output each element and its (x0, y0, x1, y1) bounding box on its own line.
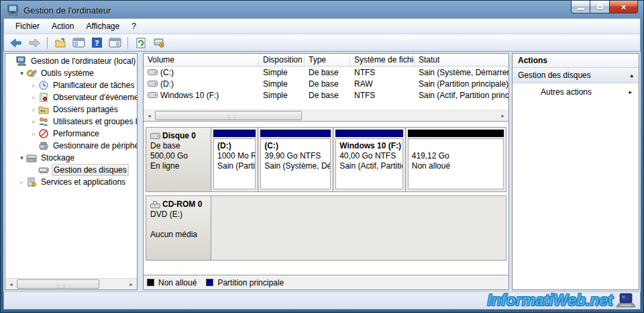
column-disposition[interactable]: Disposition (259, 54, 305, 66)
volume-disposition: Simple (259, 79, 305, 89)
scroll-left-icon[interactable]: ◂ (5, 279, 17, 290)
partition-status: Non alloué (412, 161, 500, 171)
maximize-button[interactable] (590, 1, 610, 13)
tree-item-system-tools[interactable]: ▾ Outils système (5, 67, 137, 79)
scrollbar-thumb[interactable]: ⋮⋮ (17, 279, 99, 289)
scrollbar-thumb[interactable]: ⋮⋮ (155, 111, 302, 120)
partition-d[interactable]: (D:) 1000 Mo RA Sain (Partiti (211, 128, 258, 191)
column-type[interactable]: Type (305, 54, 350, 66)
laptop-icon (616, 293, 636, 309)
tree-item-shared-folders[interactable]: ▹ Dossiers partagés (5, 103, 137, 116)
menu-action[interactable]: Action (46, 19, 80, 33)
tree-item-computer-management[interactable]: Gestion de l'ordinateur (local) (5, 55, 137, 67)
cdrom-0-label[interactable]: CD-ROM 0 DVD (E:) Aucun média (146, 196, 211, 260)
title-bar[interactable]: Gestion de l'ordinateur × (3, 1, 641, 18)
column-status[interactable]: Statut (415, 54, 508, 66)
console-tree-icon[interactable] (70, 36, 87, 50)
tree-item-services-applications[interactable]: ▹ Services et applications (5, 176, 137, 188)
actions-item-autres-actions[interactable]: Autres actions ▸ (513, 83, 639, 101)
actions-title: Actions (513, 54, 639, 68)
status-strip: InformatiWeb.net (3, 292, 641, 310)
partition-unallocated[interactable]: 419,12 Go Non alloué (406, 128, 506, 191)
volume-status: Sain (Partition principale) (415, 79, 508, 89)
volume-disposition: Simple (259, 91, 305, 100)
tree-item-event-viewer[interactable]: ▹ Observateur d'événeme (5, 91, 137, 103)
legend-unallocated: Non alloué (147, 278, 197, 287)
volume-icon (148, 92, 158, 98)
scroll-right-icon[interactable]: ▸ (125, 279, 137, 290)
tree-item-storage[interactable]: ▾ Stockage (5, 152, 137, 164)
volume-status: Sain (Actif, Partition princip (415, 91, 508, 100)
column-file-system[interactable]: Système de fichiers (350, 54, 415, 66)
collapse-arrow-icon[interactable]: ▴ (630, 72, 633, 79)
tree-item-performance[interactable]: ▹ Performance (5, 128, 137, 140)
expanded-arrow-icon[interactable]: ▾ (17, 70, 26, 77)
partition-size: 1000 Mo RA (217, 151, 252, 161)
volume-list-header: Volume Disposition Type Système de fichi… (144, 54, 508, 66)
tree-item-label: Planificateur de tâches (52, 80, 136, 91)
column-volume[interactable]: Volume (144, 54, 259, 66)
tree-item-local-users-groups[interactable]: ▹ Utilisateurs et groupes l (5, 116, 137, 128)
tree-item-device-manager[interactable]: Gestionnaire de périphé (5, 140, 137, 152)
menu-affichage[interactable]: Affichage (80, 19, 125, 33)
collapsed-arrow-icon[interactable]: ▹ (30, 82, 38, 89)
tree-horizontal-scrollbar[interactable]: ◂ ⋮⋮ ▸ (5, 278, 137, 289)
tree-item-disk-management[interactable]: Gestion des disques (5, 164, 137, 176)
volume-fs: RAW (350, 79, 415, 89)
collapsed-arrow-icon[interactable]: ▹ (17, 179, 26, 185)
volume-list-filler (144, 101, 508, 109)
rescan-disks-icon[interactable] (151, 36, 167, 50)
close-button[interactable]: × (610, 1, 638, 13)
volume-fs: NTFS (350, 91, 415, 100)
device-manager-icon (38, 141, 49, 150)
tree-item-task-scheduler[interactable]: ▹ Planificateur de tâches (5, 79, 137, 91)
disk-0-label[interactable]: Disque 0 De base 500,00 Go En ligne (146, 128, 211, 191)
volume-list-scrollbar[interactable]: ◂ ⋮⋮ ▸ (144, 109, 508, 121)
action-pane-icon[interactable] (107, 36, 123, 50)
scroll-left-icon[interactable]: ◂ (144, 110, 155, 122)
collapsed-arrow-icon[interactable]: ▹ (30, 118, 38, 125)
volume-row-f[interactable]: Windows 10 (F:) Simple De base NTFS Sain… (144, 89, 508, 101)
refresh-icon[interactable] (133, 36, 149, 50)
menu-help[interactable]: ? (125, 19, 142, 33)
minimize-button[interactable] (571, 1, 590, 13)
collapsed-arrow-icon[interactable]: ▹ (30, 94, 38, 101)
partition-type-bar (408, 130, 504, 137)
computer-management-window: Gestion de l'ordinateur × Fichier Action… (0, 0, 644, 313)
scrollbar-track[interactable]: ⋮⋮ (155, 110, 497, 122)
partition-status: Sain (Partiti (217, 161, 252, 171)
expanded-arrow-icon[interactable]: ▾ (17, 154, 26, 161)
forward-icon[interactable] (26, 36, 42, 50)
legend-bar: Non alloué Partition principale (144, 275, 508, 289)
back-icon[interactable] (8, 36, 24, 50)
performance-icon (38, 129, 49, 138)
volume-row-c[interactable]: (C:) Simple De base NTFS Sain (Système, … (144, 66, 508, 78)
volume-type: De base (305, 79, 350, 89)
scroll-right-icon[interactable]: ▸ (497, 110, 508, 122)
primary-partition-swatch-icon (206, 279, 213, 286)
window-title: Gestion de l'ordinateur (23, 5, 111, 15)
partition-label: Windows 10 (F:) (339, 141, 399, 151)
folder-icon[interactable] (52, 36, 68, 50)
volume-row-d[interactable]: (D:) Simple De base RAW Sain (Partition … (144, 78, 508, 89)
services-icon (26, 177, 37, 187)
volume-fs: NTFS (350, 68, 415, 77)
disk-icon (150, 133, 160, 139)
collapsed-arrow-icon[interactable]: ▹ (30, 106, 38, 113)
cdrom-empty-area[interactable] (211, 196, 506, 260)
menu-fichier[interactable]: Fichier (9, 19, 46, 33)
svg-text:?: ? (95, 39, 99, 48)
help-icon[interactable]: ? (89, 36, 105, 50)
toolbar-separator (127, 37, 128, 49)
partition-label: (D:) (217, 141, 252, 151)
actions-group-disk-management[interactable]: Gestion des disques ▴ (513, 68, 639, 83)
partition-f[interactable]: Windows 10 (F:) 40,00 Go NTFS Sain (Acti… (333, 128, 406, 191)
cdrom-0-row: CD-ROM 0 DVD (E:) Aucun média (146, 195, 506, 261)
scrollbar-track[interactable]: ⋮⋮ (17, 279, 125, 290)
collapsed-arrow-icon[interactable]: ▹ (30, 130, 38, 137)
volume-name: Windows 10 (F:) (160, 91, 219, 100)
partition-c[interactable]: (C:) 39,90 Go NTFS Sain (Système, Dém (258, 128, 333, 191)
tools-icon (26, 69, 37, 78)
unallocated-swatch-icon (147, 279, 154, 286)
partition-status: Sain (Système, Dém (264, 161, 327, 171)
